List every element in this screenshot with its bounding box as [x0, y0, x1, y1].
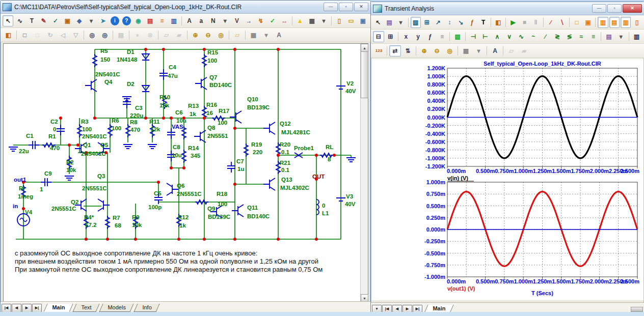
flip-y-icon[interactable]: ▽ — [70, 30, 82, 41]
rotate-icon[interactable]: ↻ — [44, 30, 56, 41]
find-text-icon[interactable]: ◎ — [99, 30, 111, 41]
schematic-vertical-scrollbar[interactable]: ▲ ▼ — [360, 44, 368, 302]
help-icon[interactable]: ? — [122, 16, 131, 25]
overlap-display-icon[interactable]: ▥ — [621, 17, 631, 28]
global-high-icon[interactable]: ≷ — [552, 31, 563, 42]
thumbnail-icon[interactable]: ▦ — [460, 45, 472, 56]
one-graph-icon[interactable]: ⊟ — [373, 31, 384, 42]
show-pin-connections-icon[interactable]: ↔ — [279, 15, 290, 26]
peak-icon[interactable]: ∧ — [492, 31, 503, 42]
select-region-icon[interactable]: □ — [19, 30, 31, 41]
changes-doc-icon[interactable]: ▤ — [115, 30, 127, 41]
zoom-100-icon[interactable]: ◎ — [215, 30, 227, 41]
info-icon[interactable]: i — [111, 16, 119, 25]
part-menu-icon[interactable]: ◆ — [74, 15, 85, 26]
point-tag-icon[interactable]: ↗ — [433, 17, 443, 28]
clipboard-icon[interactable]: ▤ — [384, 17, 394, 28]
go-to-performance-icon[interactable]: ƒ — [424, 31, 436, 42]
show-attribute-text-icon[interactable]: A — [184, 15, 195, 26]
flip-x-icon[interactable]: ◁ — [57, 30, 69, 41]
font-icon[interactable]: A — [489, 45, 501, 56]
stop-icon[interactable]: ■ — [519, 17, 529, 28]
wire-mode-icon[interactable]: ∿ — [14, 15, 25, 26]
zoom-out-icon[interactable]: ⊖ — [431, 45, 443, 56]
properties-icon[interactable]: ◧ — [3, 30, 14, 41]
performance-tag-icon[interactable]: ƒ — [467, 17, 477, 28]
view-menu-icon[interactable]: ▦ — [248, 30, 259, 41]
clipboard-menu-arrow-icon[interactable]: ▾ — [395, 17, 406, 28]
envelope-bottom-icon[interactable]: ≡ — [588, 31, 599, 42]
close-button[interactable]: ✕ — [623, 4, 642, 13]
grid-icon[interactable]: ▦ — [306, 15, 317, 26]
schematic-tab-nav-icon-2[interactable]: ▶ — [22, 304, 32, 312]
go-to-x-icon[interactable]: x — [400, 31, 412, 42]
schematic-tab-models[interactable]: Models — [99, 304, 135, 312]
clear-points-icon[interactable]: ⊗ — [144, 30, 156, 41]
graphics-mode-icon[interactable]: ✎ — [38, 15, 49, 26]
grid-menu-arrow-icon[interactable]: ▾ — [318, 15, 329, 26]
pause-icon[interactable]: ‖ — [530, 17, 541, 28]
zoom-out-icon[interactable]: ⊖ — [202, 30, 214, 41]
valley-icon[interactable]: ∨ — [504, 31, 515, 42]
view-menu-arrow-icon[interactable]: ▾ — [260, 30, 272, 41]
text-mode-icon[interactable]: T — [26, 15, 37, 26]
show-voltages-icon[interactable]: V — [231, 15, 242, 26]
title-block-icon[interactable]: ▭ — [345, 15, 356, 26]
horizontal-axis-cursor-icon[interactable]: ⇄ — [389, 45, 401, 56]
page-icon[interactable]: ▱ — [231, 30, 243, 41]
show-currents-icon[interactable]: → — [244, 15, 254, 26]
clipboard2-menu-arrow-icon[interactable]: ▾ — [615, 31, 627, 42]
part-menu-arrow-icon[interactable]: ▾ — [86, 15, 96, 26]
minimize-button[interactable]: — — [592, 4, 606, 13]
scroll-up-icon[interactable]: ▲ — [361, 44, 368, 52]
point-to-end-icon[interactable]: ● — [131, 30, 143, 41]
check-doc-icon[interactable]: ▥ — [169, 15, 179, 26]
schematic-tab-nav-icon-3[interactable]: ▶| — [32, 304, 42, 312]
high-icon[interactable]: ∿ — [516, 31, 527, 42]
flyback-icon[interactable]: ➤ — [98, 15, 109, 26]
browse-icon[interactable]: ◉ — [133, 15, 144, 26]
waveform-editor-icon[interactable]: ▨ — [452, 31, 463, 42]
show-node-numbers-icon[interactable]: N — [208, 15, 219, 26]
horizontal-tag-icon[interactable]: ↘ — [455, 17, 466, 28]
text-mode-icon[interactable]: T — [478, 17, 489, 28]
schematic-tab-main[interactable]: Main — [43, 304, 73, 312]
select-mode-icon[interactable]: ↖ — [373, 17, 383, 28]
stop-list-icon[interactable]: ≡ — [156, 15, 167, 26]
negative-slope-icon[interactable]: ∖ — [557, 17, 567, 28]
positive-slope-icon[interactable]: ∕ — [546, 17, 556, 28]
find-component-icon[interactable]: ◎ — [86, 30, 98, 41]
minimize-button[interactable]: — — [324, 3, 338, 11]
restore-button[interactable]: ▫ — [607, 4, 622, 13]
show-power-icon[interactable]: ↯ — [255, 15, 266, 26]
numeric-output-icon[interactable]: 123 — [373, 45, 385, 56]
zoom-box-icon[interactable]: ▣ — [583, 17, 593, 28]
scale-mode-icon[interactable]: ▧ — [411, 17, 421, 28]
zoom-in-icon[interactable]: ⊕ — [418, 45, 430, 56]
close-button[interactable]: ✕ — [354, 3, 368, 11]
diagonal-wire-mode-icon[interactable]: ✓ — [50, 15, 61, 26]
go-to-y-icon[interactable]: y — [413, 31, 424, 42]
cascade-icon[interactable]: ▱ — [505, 45, 517, 56]
run-icon[interactable]: ▶ — [508, 17, 518, 28]
normal-display-icon[interactable]: ▥ — [598, 17, 608, 28]
inflection-icon[interactable]: ∕ — [540, 31, 551, 42]
show-grid-text-icon[interactable]: a — [196, 15, 206, 26]
schematic-canvas[interactable]: R51502N5401CQ4D11N4148D2C447uR15100Q7BD1… — [3, 43, 368, 303]
scrollbar-thumb[interactable] — [361, 51, 368, 98]
select-box-icon[interactable]: □ — [572, 17, 582, 28]
select-mode-icon[interactable]: ↖ — [3, 15, 13, 26]
global-low-icon[interactable]: ≶ — [564, 31, 575, 42]
schematic-tab-info[interactable]: Info — [133, 304, 159, 312]
border-icon[interactable]: ▯ — [334, 15, 344, 26]
font-icon[interactable]: A — [273, 30, 285, 41]
clipboard2-icon[interactable]: ▤ — [603, 31, 614, 42]
negative-peak-icon[interactable]: ⊢ — [480, 31, 491, 42]
clear-region-icon[interactable]: □ — [32, 30, 43, 41]
schematic-tab-text[interactable]: Text — [73, 304, 100, 312]
thumbnail-menu-arrow-icon[interactable]: ▾ — [473, 45, 485, 56]
model-doc-icon[interactable]: ▤ — [145, 15, 155, 26]
plot-area[interactable]: Self_typical_Open-Loop_1kHz_DK-Rout.CIR1… — [371, 59, 643, 300]
analysis-window-titlebar[interactable]: Transient Analysis — ▫ ✕ — [371, 2, 644, 15]
text-page-icon[interactable]: ▥ — [631, 31, 642, 42]
